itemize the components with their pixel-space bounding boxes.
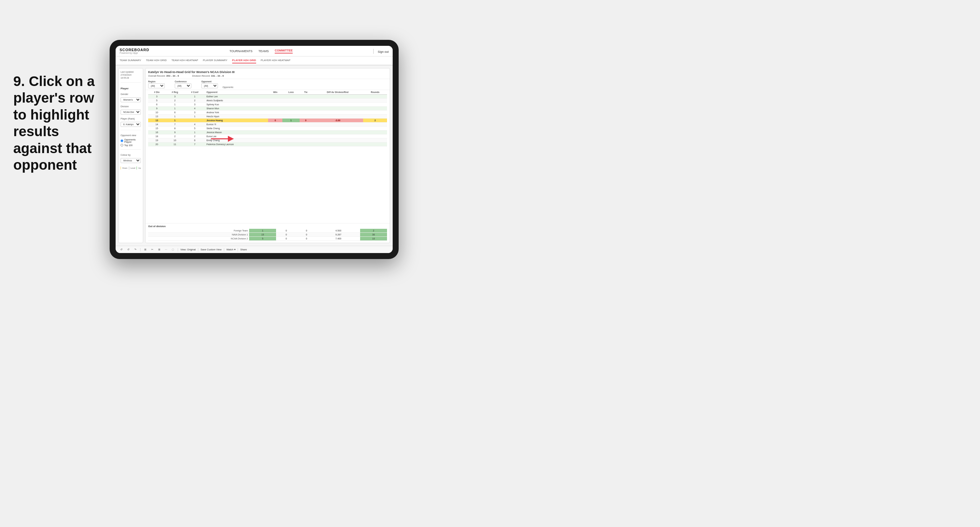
h2h-table: # Div # Reg # Conf Opponent Win Loss Tie… bbox=[148, 90, 387, 146]
region-select[interactable]: (All) bbox=[148, 83, 165, 88]
region-filter: Region (All) bbox=[148, 80, 165, 88]
save-custom-btn[interactable]: Save Custom View bbox=[200, 248, 221, 251]
col-win: Win bbox=[268, 90, 283, 95]
legend-level-dot bbox=[129, 167, 129, 170]
bottom-toolbar: ↺ ↺ ↷ | ⊞ ✂ ⊞ ··· ◌ | View: Original | S… bbox=[116, 246, 393, 253]
division-select[interactable]: NCAA Division III bbox=[121, 110, 141, 114]
share-btn[interactable]: Share bbox=[240, 248, 247, 251]
opponents-filter-label: Opponents: bbox=[223, 86, 234, 88]
forward-button[interactable]: ↷ bbox=[133, 248, 138, 252]
col-reg: # Reg bbox=[165, 90, 185, 95]
grid-records: Overall Record: 353 - 34 - 6 Division Re… bbox=[148, 75, 387, 77]
col-tie: Tie bbox=[300, 90, 312, 95]
radio-opponents-played[interactable]: Opponents Played bbox=[121, 138, 141, 143]
table-row[interactable]: 522Alexis Sudjianto bbox=[148, 98, 387, 103]
watch-btn[interactable]: Watch ▾ bbox=[226, 248, 235, 251]
timestamp: Last Updated: 27/03/2024 16:55:28 bbox=[121, 70, 141, 79]
col-opponent: Opponent bbox=[205, 90, 268, 95]
sub-nav-team-h2h-grid[interactable]: TEAM H2H GRID bbox=[146, 58, 167, 63]
annotation-text: 9. Click on a player's row to highlight … bbox=[13, 73, 100, 173]
sub-nav-player-h2h-heatmap[interactable]: PLAYER H2H HEATMAP bbox=[261, 58, 291, 63]
table-row[interactable]: 20117Federica Domecq Lacroze bbox=[148, 143, 387, 146]
undo-button[interactable]: ↺ bbox=[119, 248, 124, 252]
col-conf: # Conf bbox=[185, 90, 205, 95]
annotation-step: 9. bbox=[13, 73, 25, 89]
overall-record-label: Overall Record: 353 - 34 - 6 bbox=[148, 75, 179, 77]
sign-out-button[interactable]: Sign out bbox=[378, 50, 389, 54]
table-row[interactable]: 131Jessica Huang010-3.002 bbox=[148, 119, 387, 122]
player-rank-label: Player (Rank) bbox=[121, 117, 141, 120]
grid-title: Katelyn Vo Head-to-Head Grid for Women's… bbox=[148, 70, 387, 74]
sub-nav-player-h2h-grid[interactable]: PLAYER H2H GRID bbox=[232, 58, 256, 63]
view-original-btn[interactable]: View: Original bbox=[180, 248, 196, 251]
legend-up-label: Up bbox=[138, 167, 141, 169]
logo: SCOREBOARD bbox=[119, 48, 149, 52]
division-record-label: Division Record: 331 - 34 - 6 bbox=[192, 75, 224, 77]
legend-up-dot bbox=[137, 167, 137, 170]
opponent-view-label: Opponent view bbox=[121, 134, 141, 137]
col-loss: Loss bbox=[282, 90, 299, 95]
sub-nav-player-summary[interactable]: PLAYER SUMMARY bbox=[203, 58, 228, 63]
player-rank-select[interactable]: 8. Katelyn Vo bbox=[121, 122, 141, 127]
table-row[interactable]: 1311HeeJo Hyun bbox=[148, 114, 387, 119]
table-row[interactable]: 331Esther Lee bbox=[148, 95, 387, 98]
colour-by-select[interactable]: Win/loss bbox=[121, 158, 141, 163]
gender-select[interactable]: Women's bbox=[121, 97, 141, 102]
circle-button[interactable]: ◌ bbox=[170, 248, 175, 252]
ood-table: Foreign Team1004.5002NAIA Division 11500… bbox=[148, 229, 387, 241]
table-row[interactable]: 1585Stella Cheng bbox=[148, 127, 387, 130]
table-row[interactable]: 19106Emily Chang bbox=[148, 138, 387, 143]
sub-nav: TEAM SUMMARY TEAM H2H GRID TEAM H2H HEAT… bbox=[116, 56, 393, 65]
nav-tournaments[interactable]: TOURNAMENTS bbox=[229, 49, 253, 53]
nav-bar: SCOREBOARD Powered by clippi TOURNAMENTS… bbox=[116, 46, 393, 56]
copy-button[interactable]: ⊞ bbox=[157, 248, 162, 252]
ood-row[interactable]: NAIA Division 115009.26730 bbox=[148, 233, 387, 237]
legend: Down Level Up bbox=[121, 167, 141, 170]
ood-row[interactable]: NCAA Division 25007.40010 bbox=[148, 237, 387, 241]
tablet-screen: SCOREBOARD Powered by clippi TOURNAMENTS… bbox=[116, 46, 393, 253]
out-of-division-section: Out of division Foreign Team1004.5002NAI… bbox=[145, 223, 390, 243]
data-table[interactable]: # Div # Reg # Conf Opponent Win Loss Tie… bbox=[145, 90, 390, 223]
table-row[interactable]: 1822Euna Lee bbox=[148, 135, 387, 138]
legend-down-dot bbox=[121, 167, 121, 170]
annotation: 9. Click on a player's row to highlight … bbox=[13, 73, 100, 173]
table-row[interactable]: 1474Eunice Yi bbox=[148, 122, 387, 127]
table-row[interactable]: 1063Andrea York bbox=[148, 111, 387, 114]
redo-button[interactable]: ↺ bbox=[126, 248, 131, 252]
grid-area: Katelyn Vo Head-to-Head Grid for Women's… bbox=[145, 68, 390, 243]
tablet-frame: SCOREBOARD Powered by clippi TOURNAMENTS… bbox=[110, 40, 399, 259]
logo-area: SCOREBOARD Powered by clippi bbox=[119, 48, 149, 54]
colour-by-label: Colour by bbox=[121, 154, 141, 156]
table-row[interactable]: 914Sharon Mun bbox=[148, 106, 387, 111]
legend-level-label: Level bbox=[130, 167, 135, 169]
legend-down-label: Down bbox=[122, 167, 127, 169]
table-row[interactable]: 1691Jessica Mason bbox=[148, 130, 387, 135]
dots-button[interactable]: ··· bbox=[164, 248, 169, 252]
cut-button[interactable]: ✂ bbox=[150, 248, 155, 252]
conference-filter: Conference (All) bbox=[175, 80, 191, 88]
opponent-filter: Opponent (All) bbox=[201, 80, 218, 88]
col-diff: Diff Av Strokes/Rnd bbox=[312, 90, 363, 95]
grid-button[interactable]: ⊞ bbox=[143, 248, 148, 252]
conference-select[interactable]: (All) bbox=[175, 83, 191, 88]
col-div: # Div bbox=[148, 90, 165, 95]
sign-out-area: | Sign out bbox=[373, 48, 389, 54]
opponent-select[interactable]: (All) bbox=[201, 83, 218, 88]
radio-top-100[interactable]: Top 100 bbox=[121, 144, 141, 146]
nav-links: TOURNAMENTS TEAMS COMMITTEE bbox=[229, 49, 293, 54]
ood-row[interactable]: Foreign Team1004.5002 bbox=[148, 229, 387, 233]
grid-header: Katelyn Vo Head-to-Head Grid for Women's… bbox=[145, 68, 390, 79]
sub-nav-team-summary[interactable]: TEAM SUMMARY bbox=[119, 58, 141, 63]
table-header-row: # Div # Reg # Conf Opponent Win Loss Tie… bbox=[148, 90, 387, 95]
nav-teams[interactable]: TEAMS bbox=[258, 49, 269, 53]
sidebar: Last Updated: 27/03/2024 16:55:28 Player… bbox=[118, 68, 143, 243]
opponent-view-radios: Opponents Played Top 100 bbox=[121, 138, 141, 146]
nav-committee[interactable]: COMMITTEE bbox=[275, 49, 293, 54]
out-of-division-label: Out of division bbox=[148, 225, 387, 228]
col-rounds: Rounds bbox=[363, 90, 387, 95]
sub-nav-team-h2h-heatmap[interactable]: TEAM H2H HEATMAP bbox=[172, 58, 198, 63]
powered-by: Powered by clippi bbox=[119, 52, 149, 54]
filter-row: Region (All) Conference (All) bbox=[145, 79, 390, 90]
table-row[interactable]: 613Sydney Kuo bbox=[148, 103, 387, 106]
red-arrow bbox=[211, 135, 237, 142]
